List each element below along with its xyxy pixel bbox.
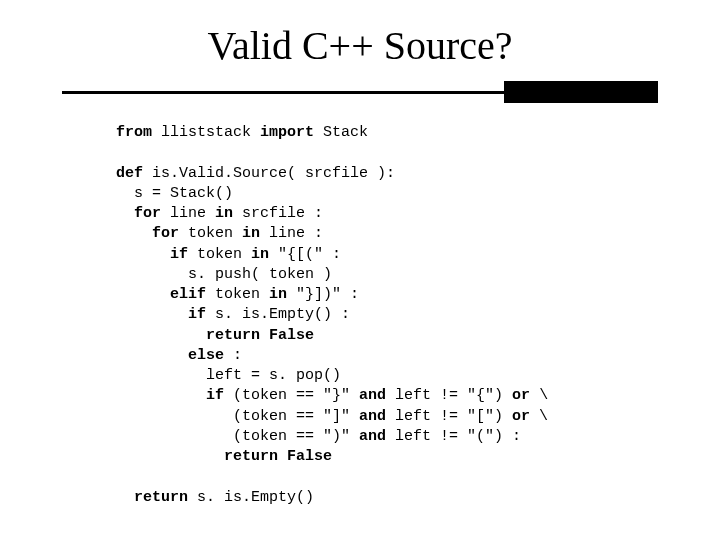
- code-text: (token == "]": [116, 408, 359, 425]
- code-text: [116, 347, 188, 364]
- kw-and: and: [359, 428, 386, 445]
- code-text: [116, 489, 134, 506]
- code-block: from lliststack import Stack def is.Vali…: [116, 123, 720, 508]
- title-underline: [0, 81, 720, 105]
- kw-return: return: [134, 489, 188, 506]
- kw-from: from: [116, 124, 152, 141]
- code-text: token: [179, 225, 242, 242]
- kw-and: and: [359, 387, 386, 404]
- code-text: [116, 246, 170, 263]
- code-text: s. is.Empty() :: [206, 306, 350, 323]
- code-text: [116, 205, 134, 222]
- kw-return-false: return False: [224, 448, 332, 465]
- code-text: [116, 225, 152, 242]
- code-text: s = Stack(): [116, 185, 233, 202]
- code-text: left != "{"): [386, 387, 512, 404]
- code-text: "{[(" :: [269, 246, 341, 263]
- code-text: "}])" :: [287, 286, 359, 303]
- accent-block: [504, 81, 658, 103]
- slide-title: Valid C++ Source?: [0, 0, 720, 69]
- code-text: \: [530, 387, 548, 404]
- slide: Valid C++ Source? from lliststack import…: [0, 0, 720, 540]
- code-text: [116, 286, 170, 303]
- code-text: [116, 327, 206, 344]
- code-text: srcfile :: [233, 205, 323, 222]
- code-text: Stack: [314, 124, 368, 141]
- code-text: s. push( token ): [116, 266, 332, 283]
- kw-if: if: [170, 246, 188, 263]
- kw-for: for: [152, 225, 179, 242]
- kw-elif: elif: [170, 286, 206, 303]
- code-text: (token == ")": [116, 428, 359, 445]
- kw-and: and: [359, 408, 386, 425]
- code-text: \: [530, 408, 548, 425]
- code-text: (token == "}": [224, 387, 359, 404]
- kw-in: in: [215, 205, 233, 222]
- kw-in: in: [251, 246, 269, 263]
- code-text: [116, 306, 188, 323]
- code-text: left = s. pop(): [116, 367, 341, 384]
- code-text: line: [161, 205, 215, 222]
- code-text: line :: [260, 225, 323, 242]
- kw-return-false: return False: [206, 327, 314, 344]
- kw-if: if: [188, 306, 206, 323]
- code-text: lliststack: [152, 124, 260, 141]
- code-text: s. is.Empty(): [188, 489, 314, 506]
- code-text: token: [188, 246, 251, 263]
- code-text: left != "["): [386, 408, 512, 425]
- kw-in: in: [269, 286, 287, 303]
- code-text: :: [224, 347, 242, 364]
- kw-for: for: [134, 205, 161, 222]
- code-text: is.Valid.Source( srcfile ):: [143, 165, 395, 182]
- code-text: token: [206, 286, 269, 303]
- code-text: [116, 448, 224, 465]
- code-text: left != "(") :: [386, 428, 521, 445]
- kw-or: or: [512, 387, 530, 404]
- kw-in: in: [242, 225, 260, 242]
- kw-or: or: [512, 408, 530, 425]
- code-text: [116, 387, 206, 404]
- kw-import: import: [260, 124, 314, 141]
- kw-def: def: [116, 165, 143, 182]
- kw-else: else: [188, 347, 224, 364]
- kw-if: if: [206, 387, 224, 404]
